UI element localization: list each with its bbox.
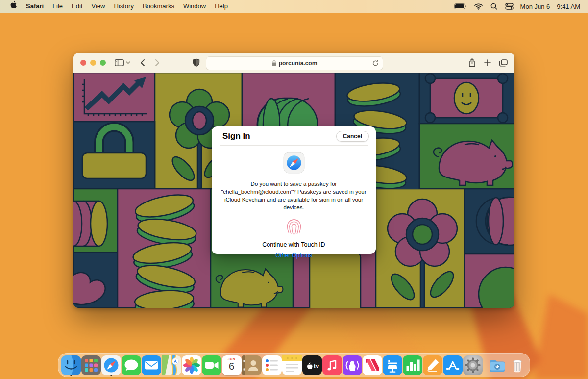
tile-padlock bbox=[74, 122, 155, 189]
dock-icon-system-settings[interactable] bbox=[463, 354, 483, 377]
dock-icon-trash[interactable] bbox=[507, 354, 527, 377]
minimize-button[interactable] bbox=[90, 60, 96, 66]
dock-icon-podcasts[interactable] bbox=[342, 354, 362, 377]
running-indicator bbox=[70, 375, 72, 376]
menu-item-file[interactable]: File bbox=[48, 0, 67, 13]
safari-toolbar: porcunia.com bbox=[74, 53, 514, 73]
tile-line-chart bbox=[74, 73, 155, 122]
menu-bar-status: Mon Jun 6 9:41 AM bbox=[452, 3, 588, 10]
menu-item-window[interactable]: Window bbox=[179, 0, 210, 13]
apple-logo-icon[interactable] bbox=[6, 0, 22, 13]
menu-item-help[interactable]: Help bbox=[210, 0, 232, 13]
calendar-face: JUN 6 bbox=[222, 355, 242, 375]
reload-icon[interactable] bbox=[372, 59, 379, 68]
safari-compass-icon bbox=[212, 152, 376, 176]
control-center-icon[interactable] bbox=[503, 3, 515, 10]
tile-flower-maroon bbox=[376, 189, 465, 308]
share-icon[interactable] bbox=[468, 58, 476, 67]
dock-icon-mail[interactable] bbox=[141, 354, 161, 377]
tile-tilted-coin-stack bbox=[118, 189, 211, 308]
tile-heart bbox=[74, 253, 118, 308]
other-options-link[interactable]: Other Options bbox=[212, 252, 376, 259]
tile-green-circle bbox=[465, 254, 514, 308]
tile-piggy-bank bbox=[419, 124, 514, 189]
dialog-title: Sign In bbox=[222, 131, 250, 141]
url-bar[interactable]: porcunia.com bbox=[206, 56, 383, 70]
back-icon[interactable] bbox=[140, 59, 145, 67]
running-indicator bbox=[110, 375, 112, 376]
menu-item-edit[interactable]: Edit bbox=[67, 0, 87, 13]
battery-icon[interactable] bbox=[452, 3, 468, 9]
tile-coin-side bbox=[74, 189, 118, 253]
touch-id-label: Continue with Touch ID bbox=[212, 241, 376, 248]
dock-icon-keynote[interactable] bbox=[382, 354, 402, 377]
sidebar-icon[interactable] bbox=[115, 59, 124, 66]
dialog-divider bbox=[220, 145, 368, 146]
close-button[interactable] bbox=[80, 60, 86, 66]
menu-bar: Safari File Edit View History Bookmarks … bbox=[0, 0, 588, 13]
tile-coin-roll-right bbox=[465, 189, 514, 254]
dock-icon-calendar[interactable]: JUN 6 bbox=[221, 354, 242, 377]
lock-icon bbox=[272, 60, 276, 66]
dock-icon-tv[interactable]: tv bbox=[302, 354, 322, 377]
menu-item-bookmarks[interactable]: Bookmarks bbox=[138, 0, 179, 13]
calendar-day: 6 bbox=[229, 361, 235, 371]
forward-icon[interactable] bbox=[155, 59, 160, 67]
dock-icon-launchpad[interactable] bbox=[81, 354, 101, 377]
menu-item-history[interactable]: History bbox=[109, 0, 138, 13]
search-icon[interactable] bbox=[489, 3, 499, 10]
zoom-button[interactable] bbox=[100, 60, 106, 66]
tile-money-smiley bbox=[419, 73, 514, 124]
menu-bar-time[interactable]: 9:41 AM bbox=[556, 3, 582, 10]
dock-icon-news[interactable] bbox=[362, 354, 382, 377]
dock-icon-maps[interactable] bbox=[161, 354, 181, 377]
privacy-shield-icon[interactable] bbox=[193, 58, 200, 67]
tab-overview-icon[interactable] bbox=[499, 59, 508, 67]
safari-window: porcunia.com .mar{fil bbox=[74, 53, 514, 308]
webpage-content: .mar{fill:#8e4a6c}.olv{fill:#9c9330}.nvy… bbox=[74, 73, 514, 308]
dock-divider bbox=[485, 356, 485, 375]
dialog-header: Sign In Cancel bbox=[212, 126, 376, 145]
dock-icon-notes[interactable] bbox=[282, 354, 302, 377]
window-controls bbox=[74, 60, 106, 66]
desktop: Safari File Edit View History Bookmarks … bbox=[0, 0, 588, 379]
dock-icon-finder[interactable] bbox=[61, 354, 81, 377]
menu-item-safari[interactable]: Safari bbox=[22, 0, 48, 13]
svg-text:tv: tv bbox=[314, 363, 319, 370]
dock-icon-downloads[interactable] bbox=[487, 354, 507, 377]
dock-icon-app-store[interactable] bbox=[442, 354, 463, 377]
dock-icon-contacts[interactable] bbox=[242, 354, 262, 377]
dock-icon-numbers[interactable] bbox=[402, 354, 422, 377]
dock-icon-safari[interactable] bbox=[101, 354, 121, 377]
dock-icon-pages[interactable] bbox=[422, 354, 442, 377]
toolbar-right-buttons bbox=[468, 53, 508, 73]
sidebar-chevron-down-icon[interactable] bbox=[126, 61, 130, 64]
menu-item-view[interactable]: View bbox=[87, 0, 110, 13]
url-text: porcunia.com bbox=[279, 60, 318, 67]
cancel-button[interactable]: Cancel bbox=[336, 131, 369, 142]
dock-icon-messages[interactable] bbox=[121, 354, 141, 377]
dialog-message: Do you want to save a passkey for “chell… bbox=[220, 180, 368, 211]
new-tab-icon[interactable] bbox=[484, 59, 491, 66]
dock-icon-music[interactable] bbox=[322, 354, 342, 377]
dock-icon-facetime[interactable] bbox=[201, 354, 221, 377]
menu-bar-left: Safari File Edit View History Bookmarks … bbox=[0, 0, 232, 13]
wifi-icon[interactable] bbox=[472, 3, 485, 10]
dock-icon-photos[interactable] bbox=[181, 354, 201, 377]
touch-id-fingerprint-icon bbox=[212, 217, 376, 238]
passkey-dialog: Sign In Cancel bbox=[212, 126, 376, 254]
dialog-body: Do you want to save a passkey for “chell… bbox=[212, 152, 376, 259]
dock-icon-reminders[interactable] bbox=[262, 354, 282, 377]
menu-bar-date[interactable]: Mon Jun 6 bbox=[519, 3, 552, 10]
dock: JUN 6 tv bbox=[58, 353, 530, 377]
